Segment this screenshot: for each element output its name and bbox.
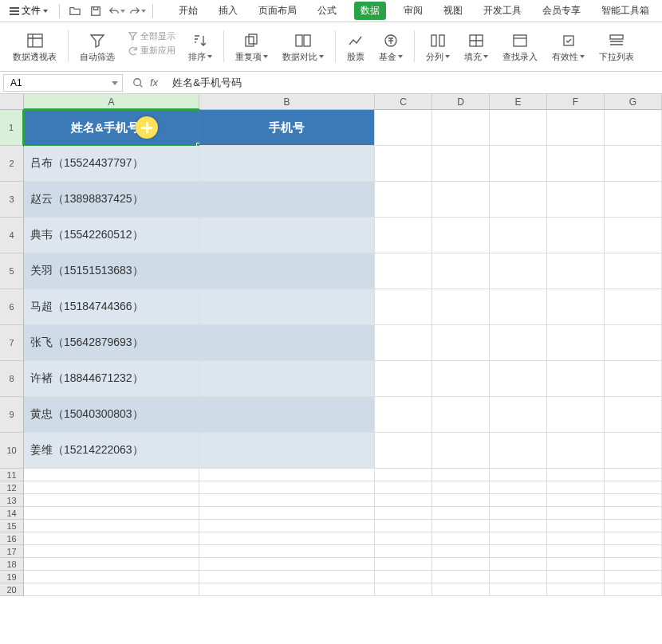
cell-F8[interactable] <box>547 361 605 397</box>
col-header-A[interactable]: A <box>24 94 199 110</box>
pivot-table-button[interactable]: 数据透视表 <box>8 29 61 65</box>
cell[interactable] <box>432 545 490 558</box>
cell-B10[interactable] <box>199 433 375 469</box>
cell[interactable] <box>375 583 432 596</box>
cell[interactable] <box>490 571 547 583</box>
cell-G9[interactable] <box>605 397 662 433</box>
row-header[interactable]: 20 <box>0 583 24 596</box>
cell[interactable] <box>547 469 605 481</box>
col-header-E[interactable]: E <box>490 94 547 110</box>
cell-G7[interactable] <box>605 325 662 361</box>
cell-F4[interactable] <box>547 218 605 253</box>
cell[interactable] <box>605 469 662 481</box>
cell[interactable] <box>199 532 375 545</box>
cell[interactable] <box>199 520 375 532</box>
cell-B6[interactable] <box>199 289 375 325</box>
validity-button[interactable]: 有效性 <box>547 29 589 65</box>
cell[interactable] <box>605 507 662 520</box>
tab-start[interactable]: 开始 <box>175 2 201 20</box>
cell[interactable] <box>490 507 547 520</box>
cell[interactable] <box>199 583 375 596</box>
tab-devtools[interactable]: 开发工具 <box>480 2 525 20</box>
cell[interactable] <box>432 583 490 596</box>
cell[interactable] <box>375 469 432 481</box>
cell-B8[interactable] <box>199 361 375 397</box>
row-header-2[interactable]: 2 <box>0 146 24 182</box>
cell[interactable] <box>547 532 605 545</box>
row-header[interactable]: 12 <box>0 481 24 494</box>
cell[interactable] <box>199 469 375 481</box>
cell[interactable] <box>547 583 605 596</box>
cell[interactable] <box>375 507 432 520</box>
row-header[interactable]: 14 <box>0 507 24 520</box>
cell[interactable] <box>24 558 199 571</box>
tab-smart[interactable]: 智能工具箱 <box>598 2 652 20</box>
cell-B4[interactable] <box>199 218 375 253</box>
cell-G4[interactable] <box>605 218 662 253</box>
row-header[interactable]: 16 <box>0 532 24 545</box>
cell[interactable] <box>375 558 432 571</box>
fund-button[interactable]: 基金 <box>374 29 408 65</box>
cell[interactable] <box>24 520 199 532</box>
cell[interactable] <box>199 494 375 507</box>
row-header-10[interactable]: 10 <box>0 433 24 469</box>
tab-layout[interactable]: 页面布局 <box>255 2 300 20</box>
cell-B1[interactable]: 手机号 <box>199 110 375 146</box>
cell-G8[interactable] <box>605 361 662 397</box>
cell-G5[interactable] <box>605 253 662 289</box>
cell-G2[interactable] <box>605 146 662 182</box>
cell[interactable] <box>547 507 605 520</box>
cell[interactable] <box>199 571 375 583</box>
cell[interactable] <box>547 545 605 558</box>
row-header-6[interactable]: 6 <box>0 289 24 325</box>
auto-filter-button[interactable]: 自动筛选 <box>75 29 120 65</box>
cell-C3[interactable] <box>375 182 432 218</box>
cell-C4[interactable] <box>375 218 432 253</box>
col-header-D[interactable]: D <box>432 94 490 110</box>
row-header-5[interactable]: 5 <box>0 253 24 289</box>
col-header-G[interactable]: G <box>605 94 662 110</box>
cell-D2[interactable] <box>432 146 490 182</box>
cell[interactable] <box>605 481 662 494</box>
cell-B7[interactable] <box>199 325 375 361</box>
row-header-1[interactable]: 1 <box>0 110 24 146</box>
cell-B2[interactable] <box>199 146 375 182</box>
cell[interactable] <box>547 481 605 494</box>
cell-G1[interactable] <box>605 110 662 146</box>
cell-E1[interactable] <box>490 110 547 146</box>
cell[interactable] <box>24 571 199 583</box>
tab-formula[interactable]: 公式 <box>314 2 340 20</box>
cell-C10[interactable] <box>375 433 432 469</box>
cell[interactable] <box>24 494 199 507</box>
cell-A4[interactable]: 典韦（15542260512） <box>24 218 199 253</box>
cell-D3[interactable] <box>432 182 490 218</box>
row-header-9[interactable]: 9 <box>0 397 24 433</box>
cell-F5[interactable] <box>547 253 605 289</box>
cell[interactable] <box>375 520 432 532</box>
row-header-4[interactable]: 4 <box>0 218 24 253</box>
cell[interactable] <box>432 532 490 545</box>
cell[interactable] <box>432 494 490 507</box>
row-header[interactable]: 11 <box>0 469 24 481</box>
cell[interactable] <box>605 532 662 545</box>
cell-F1[interactable] <box>547 110 605 146</box>
cell-D7[interactable] <box>432 325 490 361</box>
cell[interactable] <box>490 545 547 558</box>
find-entry-button[interactable]: 查找录入 <box>498 29 542 65</box>
cell-B9[interactable] <box>199 397 375 433</box>
cell[interactable] <box>432 520 490 532</box>
cell-D10[interactable] <box>432 433 490 469</box>
select-all-corner[interactable] <box>0 94 24 110</box>
save-button[interactable] <box>87 2 104 20</box>
cell[interactable] <box>432 469 490 481</box>
row-header-3[interactable]: 3 <box>0 182 24 218</box>
formula-input-area[interactable]: fx 姓名&手机号码 <box>126 76 662 90</box>
cell-F10[interactable] <box>547 433 605 469</box>
cell[interactable] <box>605 494 662 507</box>
undo-button[interactable] <box>108 2 125 20</box>
cell[interactable] <box>24 507 199 520</box>
file-menu[interactable]: 文件 <box>5 2 53 19</box>
cell-C1[interactable] <box>375 110 432 146</box>
cell-D6[interactable] <box>432 289 490 325</box>
cell[interactable] <box>199 545 375 558</box>
